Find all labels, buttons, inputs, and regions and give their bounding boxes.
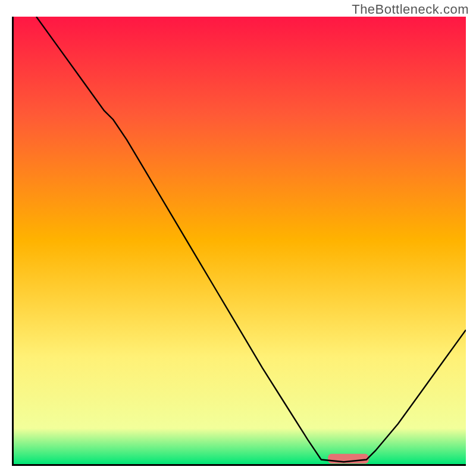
optimal-marker [328, 454, 368, 464]
gradient-background [14, 17, 466, 464]
chart-container: TheBottleneck.com [0, 0, 476, 476]
chart-svg [14, 17, 466, 464]
plot-area [12, 17, 466, 466]
watermark-text: TheBottleneck.com [352, 2, 469, 17]
